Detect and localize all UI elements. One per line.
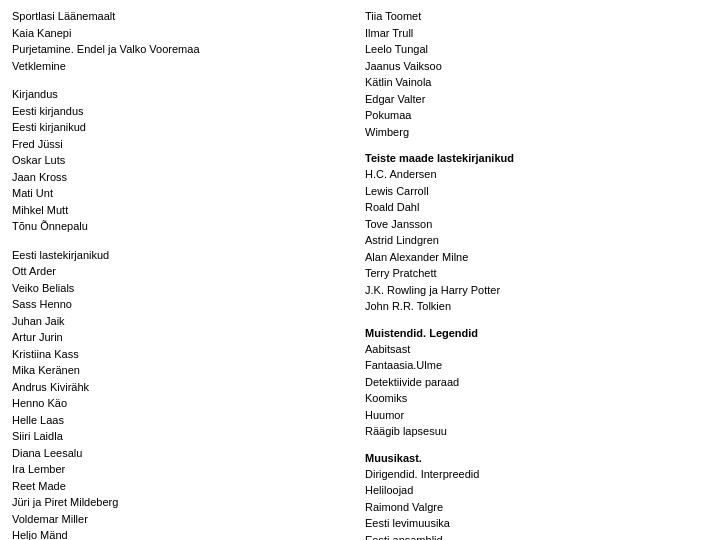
list-item: Pokumaa <box>365 107 708 124</box>
list-item: Lewis Carroll <box>365 183 708 200</box>
list-item: Siiri Laidla <box>12 428 355 445</box>
list-item: Diana Leesalu <box>12 445 355 462</box>
list-item: Juhan Jaik <box>12 313 355 330</box>
list-item: Kaia Kanepi <box>12 25 355 42</box>
section: Muusikast.Dirigendid. InterpreedidHelilo… <box>365 452 708 541</box>
list-item: Eesti levimuusika <box>365 515 708 532</box>
list-item: Voldemar Miller <box>12 511 355 528</box>
list-item: Tiia Toomet <box>365 8 708 25</box>
list-item: Huumor <box>365 407 708 424</box>
list-item: Räägib lapsesuu <box>365 423 708 440</box>
list-item: Leelo Tungal <box>365 41 708 58</box>
list-item: Veiko Belials <box>12 280 355 297</box>
list-item: Wimberg <box>365 124 708 141</box>
left-column: Sportlasi LäänemaaltKaia KanepiPurjetami… <box>12 8 365 540</box>
list-item: Tove Jansson <box>365 216 708 233</box>
list-item: Kristiina Kass <box>12 346 355 363</box>
list-item: Jaanus Vaiksoo <box>365 58 708 75</box>
list-item: Edgar Valter <box>365 91 708 108</box>
list-item: Koomiks <box>365 390 708 407</box>
list-item: H.C. Andersen <box>365 166 708 183</box>
list-item: Eesti kirjandus <box>12 103 355 120</box>
section: Eesti lastekirjanikudOtt ArderVeiko Beli… <box>12 247 355 541</box>
list-item: John R.R. Tolkien <box>365 298 708 315</box>
list-item: Sportlasi Läänemaalt <box>12 8 355 25</box>
list-item: Vetklemine <box>12 58 355 75</box>
section: Tiia ToometIlmar TrullLeelo TungalJaanus… <box>365 8 708 140</box>
list-item: Terry Pratchett <box>365 265 708 282</box>
list-item: Heliloojad <box>365 482 708 499</box>
list-item: Jaan Kross <box>12 169 355 186</box>
list-item: Detektiivide paraad <box>365 374 708 391</box>
section-title: Teiste maade lastekirjanikud <box>365 152 708 164</box>
list-item: Jüri ja Piret Mildeberg <box>12 494 355 511</box>
list-item: Oskar Luts <box>12 152 355 169</box>
list-item: Dirigendid. Interpreedid <box>365 466 708 483</box>
list-item: Ira Lember <box>12 461 355 478</box>
list-item: Roald Dahl <box>365 199 708 216</box>
list-item: Alan Alexander Milne <box>365 249 708 266</box>
list-item: Mati Unt <box>12 185 355 202</box>
list-item: Mihkel Mutt <box>12 202 355 219</box>
list-item: Andrus Kivirähk <box>12 379 355 396</box>
list-item: Tõnu Õnnepalu <box>12 218 355 235</box>
list-item: Mika Keränen <box>12 362 355 379</box>
right-column: Tiia ToometIlmar TrullLeelo TungalJaanus… <box>365 8 708 540</box>
list-item: Heljo Mänd <box>12 527 355 540</box>
section-title: Muusikast. <box>365 452 708 464</box>
section: KirjandusEesti kirjandusEesti kirjanikud… <box>12 86 355 235</box>
list-item: Kätlin Vainola <box>365 74 708 91</box>
list-item: Fred Jüssi <box>12 136 355 153</box>
section: Muistendid. LegendidAabitsastFantaasia.U… <box>365 327 708 440</box>
list-item: Fantaasia.Ulme <box>365 357 708 374</box>
list-item: Helle Laas <box>12 412 355 429</box>
list-item: Aabitsast <box>365 341 708 358</box>
list-item: Artur Jurin <box>12 329 355 346</box>
list-item: Eesti ansamblid <box>365 532 708 541</box>
list-item: Kirjandus <box>12 86 355 103</box>
list-item: Sass Henno <box>12 296 355 313</box>
list-item: J.K. Rowling ja Harry Potter <box>365 282 708 299</box>
section: Teiste maade lastekirjanikudH.C. Anderse… <box>365 152 708 315</box>
main-container: Sportlasi LäänemaaltKaia KanepiPurjetami… <box>12 8 708 540</box>
list-item: Eesti lastekirjanikud <box>12 247 355 264</box>
list-item: Ott Arder <box>12 263 355 280</box>
list-item: Purjetamine. Endel ja Valko Vooremaa <box>12 41 355 58</box>
list-item: Henno Käo <box>12 395 355 412</box>
section: Sportlasi LäänemaaltKaia KanepiPurjetami… <box>12 8 355 74</box>
list-item: Ilmar Trull <box>365 25 708 42</box>
list-item: Raimond Valgre <box>365 499 708 516</box>
section-title: Muistendid. Legendid <box>365 327 708 339</box>
list-item: Eesti kirjanikud <box>12 119 355 136</box>
list-item: Reet Made <box>12 478 355 495</box>
list-item: Astrid Lindgren <box>365 232 708 249</box>
